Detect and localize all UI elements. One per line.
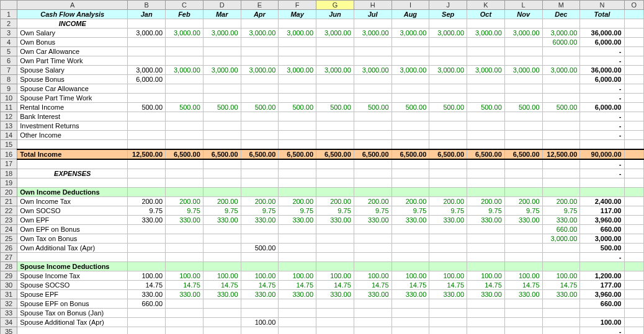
cell[interactable]: 500.00 (279, 103, 316, 112)
row-label[interactable]: Own Tax on Bonus (17, 234, 128, 243)
cell[interactable] (166, 38, 203, 47)
cell[interactable]: 9.75 (316, 206, 354, 215)
cell[interactable]: 6,500.00 (467, 149, 505, 159)
cell[interactable] (166, 56, 203, 66)
cell[interactable] (316, 243, 354, 252)
row-header-19[interactable]: 19 (1, 178, 17, 187)
cell[interactable] (203, 234, 241, 243)
row-label[interactable]: Rental Income (17, 103, 128, 112)
cell[interactable] (354, 243, 391, 252)
row-header-2[interactable]: 2 (1, 19, 17, 29)
cell[interactable] (203, 327, 241, 334)
cell[interactable] (279, 159, 316, 169)
cell[interactable] (542, 187, 580, 196)
cell[interactable] (203, 47, 241, 56)
cell[interactable] (128, 112, 166, 121)
cell[interactable]: 14.75 (203, 280, 241, 289)
cell[interactable] (429, 47, 467, 56)
data-row[interactable]: 27- (1, 252, 644, 261)
row-label[interactable]: Spouse Salary (17, 66, 128, 75)
cell[interactable] (279, 75, 316, 84)
row-header-34[interactable]: 34 (1, 317, 17, 327)
cell[interactable]: 500.00 (542, 103, 580, 112)
cell[interactable] (316, 56, 354, 66)
cell[interactable] (504, 112, 542, 121)
row-header-21[interactable]: 21 (1, 196, 17, 206)
blank-row[interactable]: 15 (1, 140, 644, 149)
cell[interactable]: 330.00 (241, 215, 279, 224)
cell[interactable] (203, 317, 241, 327)
cell[interactable]: 12,500.00 (542, 149, 580, 159)
cell[interactable] (279, 19, 316, 29)
row-label[interactable]: Own Additional Tax (Apr) (17, 243, 128, 252)
cell[interactable] (241, 94, 279, 103)
cell[interactable] (203, 38, 241, 47)
cell[interactable]: 6,500.00 (429, 149, 467, 159)
cell[interactable]: 330.00 (429, 289, 467, 299)
cell[interactable] (316, 308, 354, 317)
cell[interactable] (542, 140, 580, 149)
cell[interactable] (203, 131, 241, 140)
cell[interactable] (128, 317, 166, 327)
cell[interactable] (279, 56, 316, 66)
row-label[interactable]: Own Salary (17, 29, 128, 38)
cell[interactable]: 200.00 (166, 196, 203, 206)
cell[interactable] (429, 299, 467, 308)
cell[interactable] (504, 327, 542, 334)
row-header-32[interactable]: 32 (1, 299, 17, 308)
blank-row[interactable]: 19 (1, 178, 644, 187)
cell[interactable]: 330.00 (354, 289, 391, 299)
cell[interactable] (429, 252, 467, 261)
cell[interactable] (391, 19, 429, 29)
cell[interactable] (391, 317, 429, 327)
row-header-18[interactable]: 18 (1, 169, 17, 178)
cell[interactable]: 14.75 (467, 280, 505, 289)
cell[interactable] (504, 94, 542, 103)
cell[interactable] (429, 19, 467, 29)
cell[interactable] (391, 75, 429, 84)
cell[interactable]: 330.00 (279, 215, 316, 224)
cell[interactable]: 3,000.00 (166, 29, 203, 38)
data-row[interactable]: 24Own EPF on Bonus660.00660.00 (1, 224, 644, 234)
col-header-I[interactable]: I (391, 1, 429, 10)
cell[interactable] (542, 243, 580, 252)
row-label[interactable]: Own Bonus (17, 38, 128, 47)
cell[interactable]: 200.00 (316, 196, 354, 206)
cell[interactable] (542, 94, 580, 103)
cell[interactable] (241, 261, 279, 271)
data-row[interactable]: 4Own Bonus6000.006,000.00 (1, 38, 644, 47)
cell[interactable] (128, 169, 166, 178)
cell[interactable]: 6,500.00 (203, 149, 241, 159)
cell[interactable]: 330.00 (391, 289, 429, 299)
cell[interactable] (504, 243, 542, 252)
cell[interactable] (542, 308, 580, 317)
cell[interactable] (203, 112, 241, 121)
cell[interactable]: 100.00 (279, 271, 316, 280)
cell[interactable] (279, 187, 316, 196)
cell[interactable] (354, 56, 391, 66)
cell[interactable] (241, 169, 279, 178)
cell[interactable] (166, 112, 203, 121)
cell[interactable]: 100.00 (542, 271, 580, 280)
cell[interactable]: 6,500.00 (391, 149, 429, 159)
cell[interactable]: 500.00 (354, 103, 391, 112)
data-row[interactable]: 23Own EPF330.00330.00330.00330.00330.003… (1, 215, 644, 224)
cell[interactable] (203, 19, 241, 29)
cell[interactable] (354, 187, 391, 196)
cell[interactable] (128, 327, 166, 334)
cell[interactable] (542, 121, 580, 131)
cell[interactable]: 200.00 (391, 196, 429, 206)
cell[interactable]: 9.75 (391, 206, 429, 215)
cell[interactable]: 330.00 (279, 289, 316, 299)
cell[interactable] (354, 299, 391, 308)
cell[interactable] (467, 169, 505, 178)
cell[interactable] (429, 187, 467, 196)
cell[interactable] (166, 121, 203, 131)
cell[interactable]: 3,000.00 (504, 66, 542, 75)
cell[interactable] (467, 243, 505, 252)
cell[interactable] (542, 261, 580, 271)
cell[interactable] (504, 84, 542, 94)
cell[interactable]: 3,000.00 (279, 66, 316, 75)
cell[interactable]: 14.75 (166, 280, 203, 289)
cell[interactable] (203, 169, 241, 178)
